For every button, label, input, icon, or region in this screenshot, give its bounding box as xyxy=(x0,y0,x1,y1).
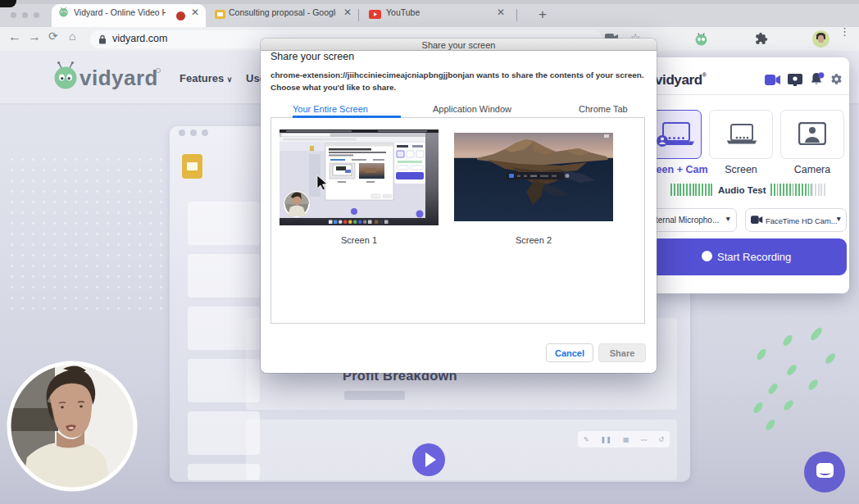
svg-text:vidyard: vidyard xyxy=(80,66,158,90)
